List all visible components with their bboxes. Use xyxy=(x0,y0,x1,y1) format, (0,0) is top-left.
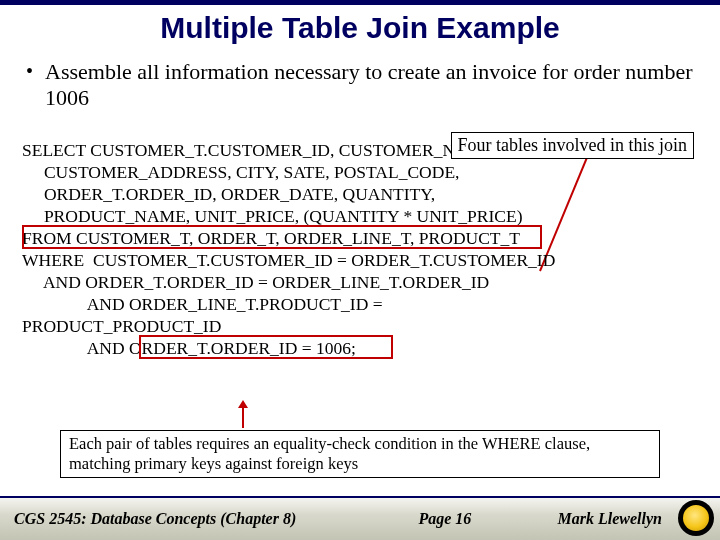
sql-line: PRODUCT_PRODUCT_ID xyxy=(22,315,698,337)
callout-bottom: Each pair of tables requires an equality… xyxy=(60,430,660,478)
sql-line: CUSTOMER_ADDRESS, CITY, SATE, POSTAL_COD… xyxy=(22,161,698,183)
pointer-arrow-up xyxy=(237,400,249,428)
callout-top: Four tables involved in this join xyxy=(451,132,695,159)
svg-marker-2 xyxy=(238,400,248,408)
sql-line: WHERE CUSTOMER_T.CUSTOMER_ID = ORDER_T.C… xyxy=(22,249,698,271)
sql-line: AND ORDER_T.ORDER_ID = ORDER_LINE_T.ORDE… xyxy=(22,271,698,293)
slide-title: Multiple Table Join Example xyxy=(0,11,720,45)
top-border xyxy=(0,0,720,5)
ucf-logo-icon xyxy=(678,500,714,536)
bullet-dot-icon: • xyxy=(26,59,33,111)
footer-course: CGS 2545: Database Concepts (Chapter 8) xyxy=(14,510,296,528)
sql-line: PRODUCT_NAME, UNIT_PRICE, (QUANTITY * UN… xyxy=(22,205,698,227)
content-area: • Assemble all information necessary to … xyxy=(0,59,720,111)
footer-page: Page 16 xyxy=(296,510,557,528)
bullet-text: Assemble all information necessary to cr… xyxy=(45,59,694,111)
footer-bar: CGS 2545: Database Concepts (Chapter 8) … xyxy=(0,496,720,540)
sql-line: AND ORDER_T.ORDER_ID = 1006; xyxy=(22,337,698,359)
footer-inner: CGS 2545: Database Concepts (Chapter 8) … xyxy=(0,510,720,528)
sql-line: ORDER_T.ORDER_ID, ORDER_DATE, QUANTITY, xyxy=(22,183,698,205)
sql-line: FROM CUSTOMER_T, ORDER_T, ORDER_LINE_T, … xyxy=(22,227,698,249)
ucf-logo-inner xyxy=(683,505,709,531)
sql-line: AND ORDER_LINE_T.PRODUCT_ID = xyxy=(22,293,698,315)
bullet-row: • Assemble all information necessary to … xyxy=(26,59,694,111)
sql-block: SELECT CUSTOMER_T.CUSTOMER_ID, CUSTOMER_… xyxy=(22,139,698,359)
